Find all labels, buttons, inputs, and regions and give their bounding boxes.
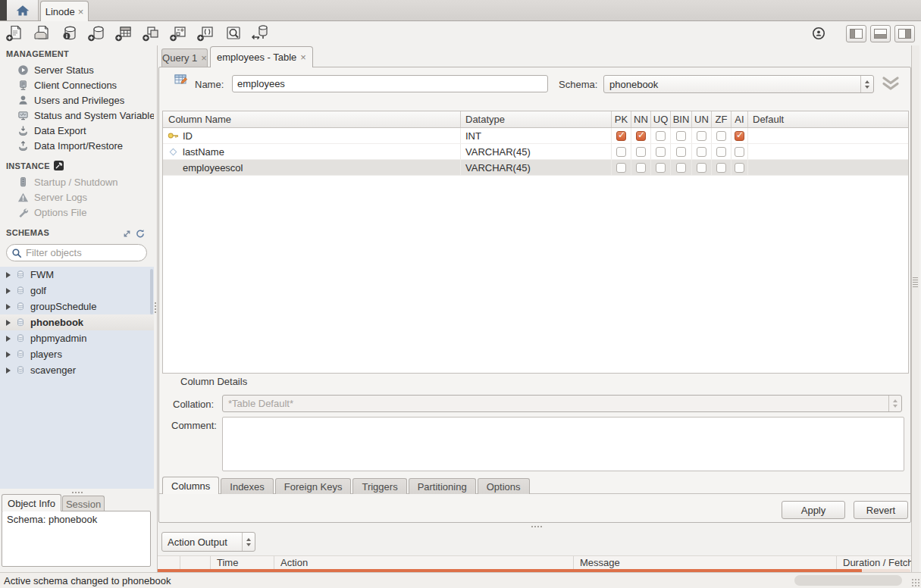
sidebar-item-system-variables[interactable]: Status and System Variables bbox=[0, 108, 154, 123]
expander-icon[interactable] bbox=[6, 320, 11, 326]
expander-icon[interactable] bbox=[6, 368, 11, 374]
expand-header-chevron-icon[interactable] bbox=[881, 76, 901, 92]
schema-item-groupschedule[interactable]: groupSchedule bbox=[0, 299, 154, 314]
tab-query-1[interactable]: Query 1 × bbox=[161, 48, 208, 67]
tab-session[interactable]: Session bbox=[62, 496, 105, 511]
bin-checkbox[interactable] bbox=[676, 131, 686, 141]
col-header-default[interactable]: Default bbox=[748, 111, 908, 127]
output-col-status[interactable] bbox=[180, 556, 211, 569]
schema-item-phonebook[interactable]: phonebook bbox=[0, 314, 154, 330]
nn-checkbox[interactable] bbox=[636, 131, 646, 141]
un-checkbox[interactable] bbox=[697, 131, 706, 141]
close-icon[interactable]: × bbox=[201, 53, 207, 63]
tab-columns[interactable]: Columns bbox=[162, 477, 219, 494]
resize-grip-icon[interactable] bbox=[911, 578, 920, 587]
output-col-time[interactable]: Time bbox=[211, 556, 274, 569]
bin-checkbox[interactable] bbox=[676, 147, 686, 157]
output-selector[interactable]: Action Output bbox=[161, 532, 255, 552]
right-panel-splitter[interactable] bbox=[911, 45, 919, 572]
tab-options[interactable]: Options bbox=[478, 478, 530, 494]
col-header-datatype[interactable]: Datatype bbox=[461, 111, 612, 127]
output-col-message[interactable]: Message bbox=[574, 556, 837, 569]
create-procedure-button[interactable] bbox=[168, 24, 189, 42]
create-view-button[interactable] bbox=[141, 24, 161, 42]
search-table-data-button[interactable] bbox=[223, 24, 243, 42]
uq-checkbox[interactable] bbox=[656, 163, 666, 173]
sidebar-item-data-import[interactable]: Data Import/Restore bbox=[0, 138, 154, 153]
expand-schemas-icon[interactable] bbox=[122, 229, 132, 239]
schema-item-fwm[interactable]: FWM bbox=[0, 267, 154, 283]
comment-textarea[interactable] bbox=[222, 417, 904, 471]
sidebar-item-users-privileges[interactable]: Users and Privileges bbox=[0, 92, 154, 108]
sidebar-splitter-grip[interactable] bbox=[71, 491, 83, 494]
ai-checkbox[interactable] bbox=[735, 131, 744, 141]
zf-checkbox[interactable] bbox=[716, 147, 726, 157]
tab-triggers[interactable]: Triggers bbox=[352, 478, 406, 494]
uq-checkbox[interactable] bbox=[656, 147, 666, 157]
sidebar-item-startup-shutdown[interactable]: Startup / Shutdown bbox=[0, 174, 154, 189]
ai-checkbox[interactable] bbox=[735, 163, 744, 173]
schema-item-players[interactable]: players bbox=[0, 346, 154, 362]
expander-icon[interactable] bbox=[6, 352, 11, 358]
output-col-duration[interactable]: Duration / Fetch bbox=[837, 556, 911, 569]
nn-checkbox[interactable] bbox=[636, 147, 646, 157]
output-col-action[interactable]: Action bbox=[274, 556, 574, 569]
connection-tab-linode[interactable]: Linode × bbox=[40, 1, 89, 21]
tab-employees-table[interactable]: employees - Table × bbox=[210, 46, 313, 67]
col-header-uq[interactable]: UQ bbox=[651, 111, 671, 127]
create-function-button[interactable] bbox=[196, 24, 216, 42]
bin-checkbox[interactable] bbox=[676, 163, 686, 173]
toggle-bottom-panel-button[interactable] bbox=[870, 25, 891, 42]
col-header-nn[interactable]: NN bbox=[631, 111, 651, 127]
zf-checkbox[interactable] bbox=[716, 163, 726, 173]
uq-checkbox[interactable] bbox=[656, 131, 666, 141]
revert-button[interactable]: Revert bbox=[854, 501, 908, 519]
pk-checkbox[interactable] bbox=[616, 147, 626, 157]
un-checkbox[interactable] bbox=[697, 163, 706, 173]
col-header-column-name[interactable]: Column Name bbox=[163, 111, 461, 127]
apply-button[interactable]: Apply bbox=[782, 501, 845, 519]
output-col-index[interactable] bbox=[158, 556, 180, 569]
col-header-un[interactable]: UN bbox=[692, 111, 712, 127]
open-sql-script-button[interactable] bbox=[32, 24, 52, 42]
sidebar-scrollbar[interactable] bbox=[150, 269, 153, 314]
sidebar-item-options-file[interactable]: Options File bbox=[0, 205, 154, 220]
ai-checkbox[interactable] bbox=[735, 147, 744, 157]
collation-select[interactable]: *Table Default* bbox=[222, 395, 902, 412]
zf-checkbox[interactable] bbox=[716, 131, 726, 141]
close-icon[interactable]: × bbox=[78, 7, 84, 17]
output-splitter-grip[interactable] bbox=[531, 525, 543, 528]
nn-checkbox[interactable] bbox=[636, 163, 646, 173]
refresh-schemas-icon[interactable] bbox=[135, 229, 146, 239]
sidebar-item-client-connections[interactable]: Client Connections bbox=[0, 77, 154, 92]
expander-icon[interactable] bbox=[6, 272, 11, 278]
column-row-id[interactable]: ID INT bbox=[163, 128, 908, 144]
create-schema-button[interactable] bbox=[86, 24, 107, 42]
tab-object-info[interactable]: Object Info bbox=[2, 494, 61, 511]
schema-select[interactable]: phonebook bbox=[603, 75, 874, 93]
stepper-icon[interactable] bbox=[242, 533, 255, 551]
un-checkbox[interactable] bbox=[697, 147, 706, 157]
col-header-pk[interactable]: PK bbox=[612, 111, 631, 127]
table-name-input[interactable] bbox=[232, 75, 548, 92]
new-query-tab-button[interactable] bbox=[5, 24, 25, 42]
home-tab[interactable] bbox=[7, 0, 39, 20]
expander-icon[interactable] bbox=[6, 288, 11, 294]
schema-item-phpmyadmin[interactable]: phpmyadmin bbox=[0, 330, 154, 346]
tab-indexes[interactable]: Indexes bbox=[221, 478, 274, 494]
column-row-employeescol[interactable]: employeescol VARCHAR(45) bbox=[163, 160, 908, 176]
col-header-zf[interactable]: ZF bbox=[712, 111, 731, 127]
toggle-left-sidebar-button[interactable] bbox=[846, 25, 866, 42]
schema-item-scavenger[interactable]: scavenger bbox=[0, 362, 154, 378]
splitter-grip[interactable] bbox=[154, 302, 157, 314]
sidebar-item-server-status[interactable]: Server Status bbox=[0, 62, 154, 77]
schema-filter-input[interactable] bbox=[26, 247, 132, 258]
close-icon[interactable]: × bbox=[300, 52, 306, 62]
expander-icon[interactable] bbox=[6, 336, 11, 342]
toggle-right-sidebar-button[interactable] bbox=[894, 25, 915, 42]
expander-icon[interactable] bbox=[6, 304, 11, 310]
tab-foreign-keys[interactable]: Foreign Keys bbox=[275, 478, 352, 494]
right-splitter-grip[interactable] bbox=[913, 277, 918, 288]
stepper-icon[interactable] bbox=[860, 76, 873, 92]
sidebar-item-data-export[interactable]: Data Export bbox=[0, 123, 154, 138]
